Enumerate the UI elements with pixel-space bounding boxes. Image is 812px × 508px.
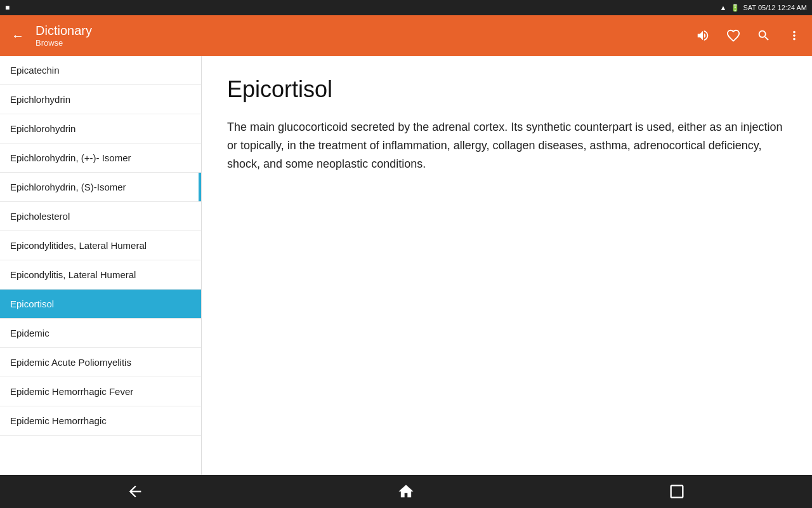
speaker-icon bbox=[696, 29, 710, 43]
status-bar-left: ■ bbox=[5, 3, 10, 12]
status-bar-right: ▲ 🔋 SAT 05/12 12:24 AM bbox=[720, 4, 807, 12]
more-menu-button[interactable] bbox=[784, 25, 804, 46]
back-nav-button[interactable] bbox=[120, 476, 150, 507]
app-bar-title: Dictionary Browse bbox=[36, 23, 92, 48]
sidebar-item[interactable]: Epichlorohydrin, (+-)- Isomer bbox=[0, 144, 201, 173]
status-icon: ■ bbox=[5, 3, 10, 12]
search-icon bbox=[757, 29, 771, 43]
more-icon bbox=[787, 29, 801, 43]
heart-icon bbox=[726, 29, 740, 43]
sidebar-item[interactable]: Epichlorohydrin, (S)-Isomer bbox=[0, 173, 201, 202]
speaker-button[interactable] bbox=[693, 25, 713, 46]
app-subtitle: Browse bbox=[36, 38, 92, 48]
signal-icon: ▲ bbox=[720, 4, 727, 11]
home-nav-icon bbox=[397, 483, 415, 500]
sidebar-item[interactable]: Epidemic Hemorrhagic bbox=[0, 406, 201, 436]
battery-icon: 🔋 bbox=[731, 4, 740, 12]
back-button[interactable]: ← bbox=[8, 25, 28, 46]
search-button[interactable] bbox=[754, 25, 774, 46]
status-bar: ■ ▲ 🔋 SAT 05/12 12:24 AM bbox=[0, 0, 812, 15]
sidebar-item[interactable]: Epicatechin bbox=[0, 56, 201, 85]
main-content: EpicatechinEpichlorhydrinEpichlorohydrin… bbox=[0, 56, 812, 475]
back-nav-icon bbox=[126, 483, 144, 500]
sidebar-item[interactable]: Epicortisol bbox=[0, 290, 201, 319]
entry-body: The main glucocorticoid secreted by the … bbox=[227, 118, 787, 173]
sidebar-item[interactable]: Epicondylitides, Lateral Humeral bbox=[0, 231, 201, 260]
app-bar-left: ← Dictionary Browse bbox=[8, 23, 92, 48]
recent-nav-button[interactable] bbox=[662, 476, 692, 507]
sidebar-item[interactable]: Epichlorhydrin bbox=[0, 85, 201, 114]
home-nav-button[interactable] bbox=[391, 476, 421, 507]
sidebar-item[interactable]: Epichlorohydrin bbox=[0, 114, 201, 144]
app-bar: ← Dictionary Browse bbox=[0, 15, 812, 56]
entry-title: Epicortisol bbox=[227, 76, 787, 103]
sidebar-item[interactable]: Epidemic bbox=[0, 319, 201, 348]
app-bar-right bbox=[693, 25, 804, 46]
sidebar-item[interactable]: Epicondylitis, Lateral Humeral bbox=[0, 260, 201, 290]
sidebar-item[interactable]: Epidemic Hemorrhagic Fever bbox=[0, 377, 201, 406]
sidebar-item[interactable]: Epicholesterol bbox=[0, 202, 201, 231]
time-display: SAT 05/12 12:24 AM bbox=[743, 4, 808, 11]
recent-nav-icon bbox=[668, 483, 686, 500]
app-title: Dictionary bbox=[36, 23, 92, 38]
sidebar[interactable]: EpicatechinEpichlorhydrinEpichlorohydrin… bbox=[0, 56, 202, 475]
favorite-button[interactable] bbox=[723, 25, 743, 46]
sidebar-item[interactable]: Epidemic Acute Poliomyelitis bbox=[0, 348, 201, 377]
back-icon: ← bbox=[11, 29, 24, 43]
bottom-nav bbox=[0, 475, 812, 508]
detail-panel: Epicortisol The main glucocorticoid secr… bbox=[202, 56, 812, 475]
